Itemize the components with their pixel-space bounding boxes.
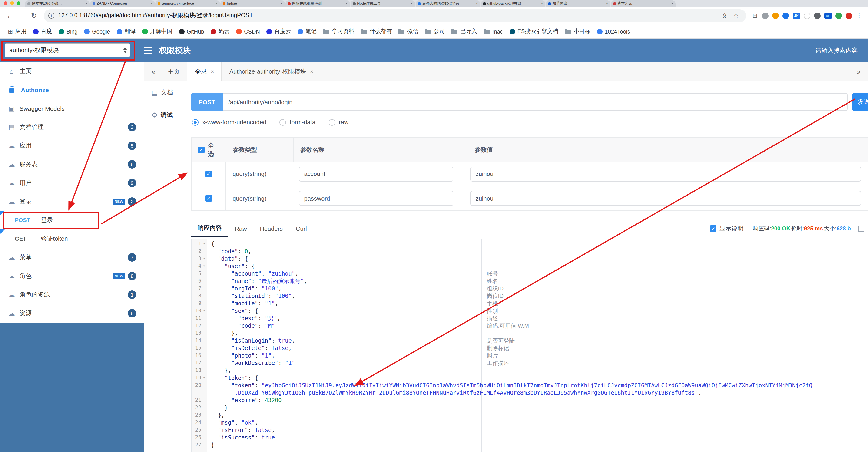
param-name-input[interactable] xyxy=(299,191,453,206)
line-number[interactable]: 21 xyxy=(191,397,207,404)
bookmark-item[interactable]: 小目标 xyxy=(561,26,593,36)
sidebar-item-role-resource[interactable]: ☁角色的资源1 xyxy=(0,285,144,304)
line-number[interactable]: 13 xyxy=(191,330,207,337)
response-tab-headers[interactable]: Headers xyxy=(253,220,289,237)
line-number[interactable]: 26 xyxy=(191,434,207,441)
line-number[interactable]: 15 xyxy=(191,344,207,352)
menu-toggle-icon[interactable] xyxy=(144,50,153,51)
browser-tab[interactable]: habse× xyxy=(220,0,285,6)
tab-close-icon[interactable]: × xyxy=(150,1,153,6)
line-number[interactable]: 19▾ xyxy=(191,374,207,382)
line-number[interactable]: 8 xyxy=(191,292,207,300)
sidebar-item-service[interactable]: ☁服务表6 xyxy=(0,155,144,174)
fold-icon[interactable]: ▾ xyxy=(201,255,207,262)
send-button[interactable]: 发送 xyxy=(852,93,868,111)
shield-extension-icon[interactable] xyxy=(814,12,820,19)
sidebar-item-resource[interactable]: ☁资源6 xyxy=(0,304,144,322)
select-all-checkbox[interactable] xyxy=(198,146,205,153)
tab-close-icon[interactable]: × xyxy=(281,1,283,6)
request-url-input[interactable] xyxy=(223,93,847,111)
browser-tab[interactable]: 脚本之家× xyxy=(611,0,676,6)
content-type-form-data[interactable]: form-data xyxy=(279,119,315,126)
doc-tab-doc[interactable]: ▤文档 xyxy=(144,82,186,104)
page-tab-home[interactable]: 主页 xyxy=(160,62,188,81)
bookmark-item[interactable]: mac xyxy=(480,26,506,36)
sidebar-item-login-post[interactable]: POST登录 xyxy=(0,211,144,229)
bookmark-item[interactable]: ⊞应用 xyxy=(5,26,30,36)
tabs-collapse-icon[interactable]: « xyxy=(147,67,160,76)
param-checkbox[interactable] xyxy=(205,171,212,177)
param-checkbox[interactable] xyxy=(205,195,212,202)
more-vert-icon[interactable]: ⋮ xyxy=(854,12,864,19)
line-number[interactable]: 23 xyxy=(191,412,207,419)
page-tab-authorize[interactable]: Authorize-authority-权限模块× xyxy=(222,62,321,81)
refresh-icon[interactable]: ↻ xyxy=(28,11,40,20)
zoom-window-icon[interactable] xyxy=(17,1,21,5)
bookmark-star-icon[interactable]: ☆ xyxy=(734,12,739,19)
browser-tab[interactable]: Node连接工具× xyxy=(350,0,415,6)
line-number[interactable]: 7 xyxy=(191,285,207,292)
tab-close-icon[interactable]: × xyxy=(671,1,673,6)
show-desc-toggle[interactable]: 显示说明 xyxy=(710,224,743,233)
sidebar-item-user[interactable]: ☁用户9 xyxy=(0,174,144,192)
line-number[interactable]: 6 xyxy=(191,277,207,285)
minimize-window-icon[interactable] xyxy=(10,1,14,5)
sidebar-item-swagger-models[interactable]: ▣Swagger Models xyxy=(0,99,144,118)
fold-icon[interactable]: ▾ xyxy=(201,307,207,315)
param-name-input[interactable] xyxy=(299,166,453,181)
tab-close-icon[interactable]: × xyxy=(541,1,543,6)
bookmark-item[interactable]: 百度云 xyxy=(263,26,294,36)
browser-tab[interactable]: ZAND - Composer× xyxy=(90,0,155,6)
white-extension-icon[interactable] xyxy=(804,12,810,19)
bookmark-item[interactable]: 已导入 xyxy=(448,26,480,36)
header-search-input[interactable] xyxy=(765,47,858,54)
tab-close-icon[interactable]: × xyxy=(411,1,413,6)
back-icon[interactable]: ← xyxy=(4,12,16,20)
response-tab-raw[interactable]: Raw xyxy=(228,220,253,237)
translate-icon[interactable]: 文 xyxy=(722,11,728,20)
line-number[interactable]: 20 xyxy=(191,382,207,389)
sidebar-item-home[interactable]: ⌂主页 xyxy=(0,62,144,81)
bookmark-item[interactable]: 开源中国 xyxy=(139,26,176,36)
tab-close-icon[interactable]: × xyxy=(310,68,313,75)
browser-tab[interactable]: temporary-interface× xyxy=(155,0,220,6)
bookmark-item[interactable]: CSDN xyxy=(233,26,263,36)
content-type-raw[interactable]: raw xyxy=(329,119,348,126)
bookmark-item[interactable]: 翻译 xyxy=(113,26,139,36)
show-desc-checkbox[interactable] xyxy=(710,225,716,232)
sr-extension-icon[interactable]: sr xyxy=(824,12,832,19)
tab-close-icon[interactable]: × xyxy=(85,1,87,6)
bookmark-item[interactable]: Google xyxy=(81,26,113,36)
tabs-expand-icon[interactable]: » xyxy=(852,67,865,76)
close-window-icon[interactable] xyxy=(4,1,7,5)
green-extension-icon[interactable] xyxy=(835,12,842,19)
sidebar-item-docs[interactable]: ▤文档管理3 xyxy=(0,118,144,136)
blue-extension-icon[interactable] xyxy=(782,12,789,19)
info-extension-icon[interactable] xyxy=(762,12,769,19)
line-number[interactable]: 25 xyxy=(191,426,207,434)
browser-tab[interactable]: github-pack实现在线× xyxy=(481,0,545,6)
bookmark-item[interactable]: ES搜索引擎文档 xyxy=(506,26,561,36)
sidebar-item-login[interactable]: ☁登录NEW2 xyxy=(0,192,144,211)
line-number[interactable]: 10▾ xyxy=(191,307,207,315)
bookmark-item[interactable]: 什么都有 xyxy=(358,26,395,36)
fold-icon[interactable]: ▾ xyxy=(201,374,207,382)
line-number[interactable]: 27 xyxy=(191,441,207,449)
profile-avatar[interactable] xyxy=(846,12,852,19)
line-number[interactable]: 11 xyxy=(191,315,207,322)
page-tab-login[interactable]: 登录× xyxy=(188,62,222,81)
bookmark-item[interactable]: 码云 xyxy=(207,26,233,36)
extensions-icon[interactable]: ⊞ xyxy=(750,12,760,19)
bookmark-item[interactable]: 百度 xyxy=(30,26,55,36)
sidebar-item-verify-token-get[interactable]: GET验证token xyxy=(0,229,144,248)
line-number[interactable]: 1▾ xyxy=(191,240,207,248)
tab-close-icon[interactable]: × xyxy=(216,1,218,6)
tab-close-icon[interactable]: × xyxy=(346,1,348,6)
bookmark-item[interactable]: Bing xyxy=(55,26,81,36)
line-number[interactable]: 16 xyxy=(191,352,207,359)
orange-extension-icon[interactable] xyxy=(772,12,779,19)
param-value-input[interactable] xyxy=(470,166,861,181)
tab-close-icon[interactable]: × xyxy=(211,68,214,75)
bookmark-item[interactable]: 微信 xyxy=(395,26,422,36)
browser-tab[interactable]: 建立在13位基础上× xyxy=(25,0,90,6)
